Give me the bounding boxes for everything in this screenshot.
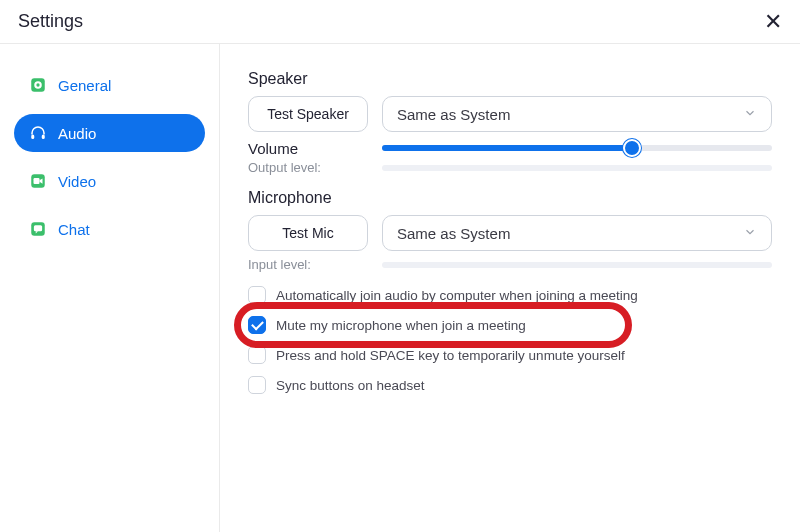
sidebar-item-label: General xyxy=(58,77,111,94)
volume-slider-fill xyxy=(382,145,632,151)
sidebar-item-label: Chat xyxy=(58,221,90,238)
sidebar-item-label: Video xyxy=(58,173,96,190)
sidebar-item-video[interactable]: Video xyxy=(14,162,205,200)
sidebar: General Audio Video Chat xyxy=(0,44,220,532)
titlebar: Settings ✕ xyxy=(0,0,800,44)
checkbox[interactable] xyxy=(248,286,266,304)
test-speaker-button[interactable]: Test Speaker xyxy=(248,96,368,132)
test-mic-button[interactable]: Test Mic xyxy=(248,215,368,251)
option-label: Automatically join audio by computer whe… xyxy=(276,288,638,303)
sidebar-item-general[interactable]: General xyxy=(14,66,205,104)
input-level-label: Input level: xyxy=(248,257,358,272)
close-icon[interactable]: ✕ xyxy=(764,11,782,33)
sidebar-item-audio[interactable]: Audio xyxy=(14,114,205,152)
settings-body: General Audio Video Chat Speaker Test Sp… xyxy=(0,44,800,532)
checkbox[interactable] xyxy=(248,346,266,364)
output-level-meter xyxy=(382,165,772,171)
microphone-heading: Microphone xyxy=(248,189,772,207)
svg-point-2 xyxy=(36,83,39,86)
option-label: Sync buttons on headset xyxy=(276,378,425,393)
checkbox[interactable] xyxy=(248,376,266,394)
input-level-meter xyxy=(382,262,772,268)
window-title: Settings xyxy=(18,11,83,32)
svg-rect-8 xyxy=(34,225,42,231)
option-label: Mute my microphone when join a meeting xyxy=(276,318,526,333)
svg-rect-3 xyxy=(31,135,34,140)
volume-slider[interactable] xyxy=(382,138,772,158)
headphones-icon xyxy=(28,123,48,143)
gear-icon xyxy=(28,75,48,95)
option-label: Press and hold SPACE key to temporarily … xyxy=(276,348,625,363)
svg-rect-4 xyxy=(42,135,45,140)
checkbox[interactable] xyxy=(248,316,266,334)
audio-options: Automatically join audio by computer whe… xyxy=(248,286,772,394)
chat-icon xyxy=(28,219,48,239)
speaker-heading: Speaker xyxy=(248,70,772,88)
speaker-device-value: Same as System xyxy=(397,106,510,123)
video-icon xyxy=(28,171,48,191)
audio-settings-panel: Speaker Test Speaker Same as System Volu… xyxy=(220,44,800,532)
mic-device-select[interactable]: Same as System xyxy=(382,215,772,251)
sidebar-item-label: Audio xyxy=(58,125,96,142)
sidebar-item-chat[interactable]: Chat xyxy=(14,210,205,248)
option-mute-on-join[interactable]: Mute my microphone when join a meeting xyxy=(248,316,772,334)
option-push-to-talk[interactable]: Press and hold SPACE key to temporarily … xyxy=(248,346,772,364)
option-auto-join-audio[interactable]: Automatically join audio by computer whe… xyxy=(248,286,772,304)
output-level-label: Output level: xyxy=(248,160,358,175)
speaker-device-select[interactable]: Same as System xyxy=(382,96,772,132)
svg-rect-6 xyxy=(34,178,40,184)
mic-device-value: Same as System xyxy=(397,225,510,242)
chevron-down-icon xyxy=(743,225,757,242)
volume-label: Volume xyxy=(248,140,358,157)
volume-slider-thumb[interactable] xyxy=(623,139,641,157)
chevron-down-icon xyxy=(743,106,757,123)
option-sync-headset[interactable]: Sync buttons on headset xyxy=(248,376,772,394)
